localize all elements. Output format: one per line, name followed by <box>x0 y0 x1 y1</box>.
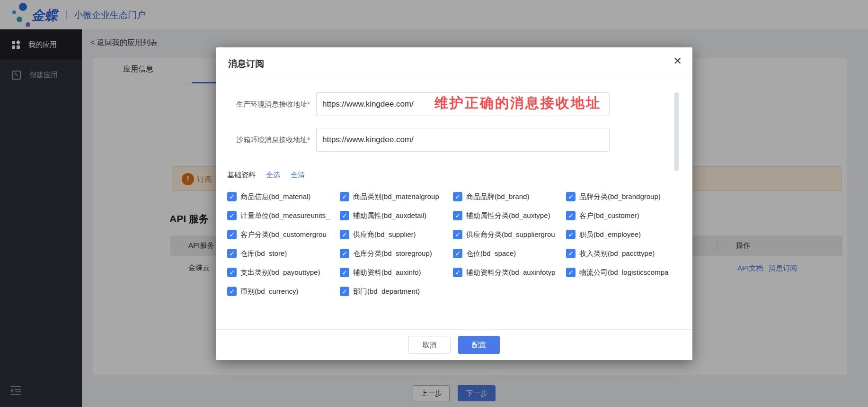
checkbox-label: 辅助属性(bd_auxdetail) <box>353 211 426 220</box>
checkbox-label: 币别(bd_currency) <box>240 287 299 296</box>
subscription-checkbox-item: ✓ 仓库(bd_store) <box>227 244 340 263</box>
checkbox-label: 计量单位(bd_measureunits_ <box>240 211 329 220</box>
subscription-checkbox-item: ✓ 支出类别(bd_payouttype) <box>227 263 340 282</box>
checkbox-checked-icon[interactable]: ✓ <box>227 287 237 296</box>
checkbox-checked-icon[interactable]: ✓ <box>227 268 237 277</box>
checkbox-label: 仓库分类(bd_storegroup) <box>353 249 432 258</box>
subscription-grid: ✓ 商品信息(bd_material) ✓ 商品类别(bd_materialgr… <box>227 187 689 301</box>
subscription-checkbox-item: ✓ 辅助资料分类(bd_auxinfotyp <box>453 263 566 282</box>
modal-scrollbar-thumb[interactable] <box>674 92 679 171</box>
checkbox-label: 物流公司(bd_logisticscompa <box>579 268 668 277</box>
sandbox-url-input[interactable] <box>316 128 610 152</box>
subscription-checkbox-item: ✓ 商品品牌(bd_brand) <box>453 187 566 206</box>
subscription-checkbox-item: ✓ 计量单位(bd_measureunits_ <box>227 206 340 225</box>
subscription-checkbox-item: ✓ 客户(bd_customer) <box>566 206 689 225</box>
subscription-checkbox-item: ✓ 币别(bd_currency) <box>227 282 340 301</box>
checkbox-label: 客户(bd_customer) <box>579 211 639 220</box>
checkbox-checked-icon[interactable]: ✓ <box>566 192 576 201</box>
required-mark: * <box>307 136 310 144</box>
subscription-checkbox-item: ✓ 物流公司(bd_logisticscompa <box>566 263 689 282</box>
confirm-button[interactable]: 配置 <box>458 336 500 354</box>
checkbox-label: 商品品牌(bd_brand) <box>466 192 529 201</box>
subscription-checkbox-item: ✓ 仓库分类(bd_storegroup) <box>340 244 453 263</box>
checkbox-checked-icon[interactable]: ✓ <box>227 211 237 220</box>
modal-title: 消息订阅 <box>228 58 264 70</box>
subscription-checkbox-item: ✓ 仓位(bd_space) <box>453 244 566 263</box>
checkbox-checked-icon[interactable]: ✓ <box>566 230 576 239</box>
checkbox-checked-icon[interactable]: ✓ <box>340 192 349 201</box>
subscription-checkbox-item: ✓ 职员(bd_employee) <box>566 225 689 244</box>
checkbox-checked-icon[interactable]: ✓ <box>453 249 462 258</box>
checkbox-label: 品牌分类(bd_brandgroup) <box>579 192 661 201</box>
checkbox-checked-icon[interactable]: ✓ <box>340 211 349 220</box>
checkbox-label: 职员(bd_employee) <box>579 230 641 239</box>
clear-all-link[interactable]: 全清 <box>291 171 305 180</box>
modal-header-divider <box>216 78 692 78</box>
subscription-checkbox-item: ✓ 商品信息(bd_material) <box>227 187 340 206</box>
subscription-checkbox-item: ✓ 收入类别(bd_paccttype) <box>566 244 689 263</box>
checkbox-label: 供应商(bd_supplier) <box>353 230 416 239</box>
checkbox-checked-icon[interactable]: ✓ <box>340 249 349 258</box>
checkbox-label: 客户分类(bd_customergrou <box>240 230 327 239</box>
close-icon[interactable]: ✕ <box>673 55 682 67</box>
checkbox-checked-icon[interactable]: ✓ <box>340 268 349 277</box>
cancel-button[interactable]: 取消 <box>408 336 451 354</box>
checkbox-label: 辅助属性分类(bd_auxtype) <box>466 211 550 220</box>
checkbox-label: 仓库(bd_store) <box>240 249 287 258</box>
red-annotation-text: 维护正确的消息接收地址 <box>434 94 601 113</box>
screen: 金蝶 | 小微企业生态门户 我的应用 ✎ 创建应用 <box>0 0 868 407</box>
checkbox-label: 商品信息(bd_material) <box>240 192 310 201</box>
modal-footer: 取消 配置 <box>216 329 692 360</box>
checkbox-checked-icon[interactable]: ✓ <box>566 249 576 258</box>
checkbox-checked-icon[interactable]: ✓ <box>566 211 576 220</box>
select-all-link[interactable]: 全选 <box>266 171 280 180</box>
checkbox-label: 辅助资料分类(bd_auxinfotyp <box>466 268 555 277</box>
checkbox-checked-icon[interactable]: ✓ <box>453 230 462 239</box>
checkbox-checked-icon[interactable]: ✓ <box>453 268 462 277</box>
checkbox-label: 收入类别(bd_paccttype) <box>579 249 655 258</box>
subscription-checkbox-item: ✓ 辅助属性(bd_auxdetail) <box>340 206 453 225</box>
sandbox-url-label: 沙箱环境消息接收地址* <box>216 128 310 152</box>
subscription-checkbox-item: ✓ 供应商(bd_supplier) <box>340 225 453 244</box>
checkbox-label: 商品类别(bd_materialgroup <box>353 192 439 201</box>
subscription-checkbox-item: ✓ 品牌分类(bd_brandgroup) <box>566 187 689 206</box>
subscription-checkbox-item: ✓ 商品类别(bd_materialgroup <box>340 187 453 206</box>
checkbox-label: 支出类别(bd_payouttype) <box>240 268 320 277</box>
checkbox-label: 供应商分类(bd_suppliergrou <box>466 230 555 239</box>
message-subscription-modal: 消息订阅 ✕ 生产环境消息接收地址* 维护正确的消息接收地址 沙箱环境消息接收地… <box>216 47 692 360</box>
required-mark: * <box>307 100 310 108</box>
checkbox-label: 辅助资料(bd_auxinfo) <box>353 268 421 277</box>
checkbox-checked-icon[interactable]: ✓ <box>453 211 462 220</box>
group-title: 基础资料 <box>227 171 256 180</box>
checkbox-checked-icon[interactable]: ✓ <box>566 268 576 277</box>
checkbox-checked-icon[interactable]: ✓ <box>453 192 462 201</box>
checkbox-checked-icon[interactable]: ✓ <box>227 192 237 201</box>
checkbox-checked-icon[interactable]: ✓ <box>340 287 349 296</box>
subscription-checkbox-item: ✓ 辅助属性分类(bd_auxtype) <box>453 206 566 225</box>
subscription-checkbox-item: ✓ 辅助资料(bd_auxinfo) <box>340 263 453 282</box>
checkbox-checked-icon[interactable]: ✓ <box>227 230 237 239</box>
checkbox-checked-icon[interactable]: ✓ <box>340 230 349 239</box>
checkbox-label: 部门(bd_department) <box>353 287 420 296</box>
subscription-checkbox-item: ✓ 客户分类(bd_customergrou <box>227 225 340 244</box>
base-data-group-row: 基础资料 全选 全清 <box>227 171 305 180</box>
checkbox-checked-icon[interactable]: ✓ <box>227 249 237 258</box>
subscription-checkbox-item: ✓ 供应商分类(bd_suppliergrou <box>453 225 566 244</box>
checkbox-label: 仓位(bd_space) <box>466 249 516 258</box>
prod-url-label: 生产环境消息接收地址* <box>216 92 310 116</box>
subscription-checkbox-item: ✓ 部门(bd_department) <box>340 282 453 301</box>
